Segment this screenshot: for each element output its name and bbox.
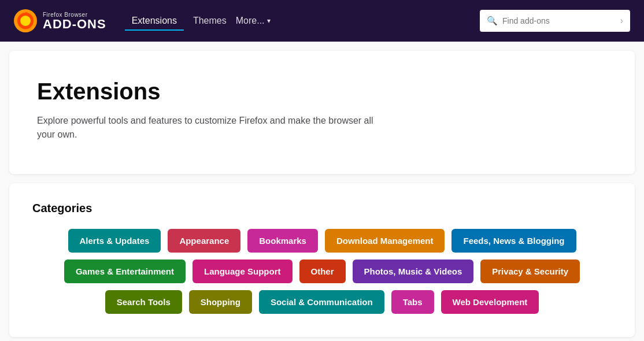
category-button[interactable]: Language Support — [193, 260, 293, 283]
svg-point-2 — [20, 16, 31, 26]
search-input[interactable] — [502, 16, 616, 25]
search-wrapper: 🔍 › — [480, 10, 630, 32]
category-button[interactable]: Appearance — [168, 229, 240, 253]
categories-heading: Categories — [32, 202, 612, 215]
nav-more-label: More... — [236, 16, 265, 26]
brand-text: Firefox Browser ADD-ONS — [43, 12, 106, 31]
category-button[interactable]: Web Development — [441, 290, 539, 314]
nav-extensions-link[interactable]: Extensions — [125, 11, 184, 31]
search-bar: 🔍 › — [480, 10, 630, 32]
category-button[interactable]: Social & Communication — [259, 290, 384, 314]
search-icon: 🔍 — [487, 16, 498, 26]
category-button[interactable]: Tabs — [391, 290, 434, 314]
nav-more-dropdown[interactable]: More... ▾ — [236, 16, 271, 26]
search-go-button[interactable]: › — [620, 16, 623, 26]
brand-firefox-label: Firefox Browser — [43, 12, 106, 18]
category-button[interactable]: Bookmarks — [247, 229, 318, 253]
category-button[interactable]: Shopping — [189, 290, 252, 314]
category-button[interactable]: Privacy & Security — [480, 260, 580, 283]
category-button[interactable]: Feeds, News & Blogging — [451, 229, 576, 253]
hero-title: Extensions — [37, 79, 607, 105]
category-button[interactable]: Other — [299, 260, 346, 283]
nav-links: Extensions Themes More... ▾ — [125, 11, 461, 31]
brand-addons-label: ADD-ONS — [43, 18, 106, 31]
firefox-logo-icon — [14, 9, 37, 32]
category-button[interactable]: Search Tools — [105, 290, 182, 314]
chevron-down-icon: ▾ — [267, 17, 271, 25]
hero-description: Explore powerful tools and features to c… — [37, 114, 384, 142]
category-button[interactable]: Photos, Music & Videos — [353, 260, 474, 283]
category-button[interactable]: Games & Entertainment — [64, 260, 186, 283]
hero-section: Extensions Explore powerful tools and fe… — [9, 51, 635, 174]
category-button[interactable]: Download Management — [325, 229, 445, 253]
categories-section: Categories Alerts & UpdatesAppearanceBoo… — [9, 183, 635, 337]
category-button[interactable]: Alerts & Updates — [68, 229, 161, 253]
navbar: Firefox Browser ADD-ONS Extensions Theme… — [0, 0, 644, 42]
nav-themes-link[interactable]: Themes — [186, 11, 234, 31]
categories-grid: Alerts & UpdatesAppearanceBookmarksDownl… — [32, 229, 612, 314]
brand-logo-link[interactable]: Firefox Browser ADD-ONS — [14, 9, 106, 32]
